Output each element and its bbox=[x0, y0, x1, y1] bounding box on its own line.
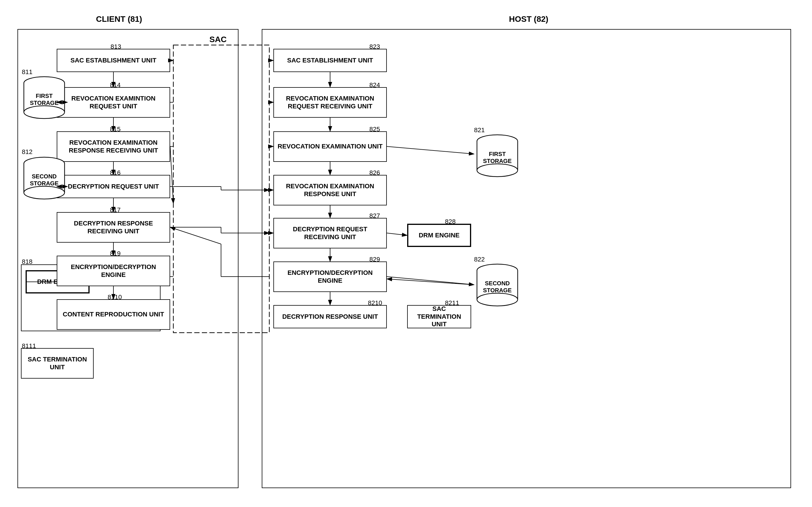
client-label: CLIENT (81) bbox=[96, 14, 142, 24]
box-8110: CONTENT REPRODUCTION UNIT bbox=[57, 299, 170, 330]
svg-point-9 bbox=[24, 186, 64, 199]
box-828: DRM ENGINE bbox=[407, 224, 471, 247]
cylinder-822: SECONDSTORAGE bbox=[474, 262, 521, 309]
box-819: ENCRYPTION/DECRYPTION ENGINE bbox=[57, 256, 170, 286]
box-8111: SAC TERMINATION UNIT bbox=[21, 348, 94, 379]
diagram-container: CLIENT (81) HOST (82) 813 SAC ESTABLISHM… bbox=[0, 0, 812, 507]
box-826: REVOCATION EXAMINATION RESPONSE UNIT bbox=[273, 175, 387, 206]
box-817: DECRYPTION RESPONSE RECEIVING UNIT bbox=[57, 212, 170, 243]
box-816: DECRYPTION REQUEST UNIT bbox=[57, 175, 170, 198]
svg-point-19 bbox=[477, 293, 518, 306]
box-823: SAC ESTABLISHMENT UNIT bbox=[273, 49, 387, 72]
box-827: DECRYPTION REQUEST RECEIVING UNIT bbox=[273, 218, 387, 248]
box-813: SAC ESTABLISHMENT UNIT bbox=[57, 49, 170, 72]
host-label: HOST (82) bbox=[509, 14, 548, 24]
svg-point-14 bbox=[477, 164, 518, 177]
num-812: 812 bbox=[22, 148, 33, 156]
cylinder-812: SECONDSTORAGE bbox=[21, 156, 67, 202]
box-829: ENCRYPTION/DECRYPTION ENGINE bbox=[273, 262, 387, 292]
box-825: REVOCATION EXAMINATION UNIT bbox=[273, 131, 387, 162]
box-824: REVOCATION EXAMINATION REQUEST RECEIVING… bbox=[273, 87, 387, 118]
box-815: REVOCATION EXAMINATION RESPONSE RECEIVIN… bbox=[57, 131, 170, 162]
box-814: REVOCATION EXAMINTION REQUEST UNIT bbox=[57, 87, 170, 118]
box-8211: SAC TERMINATION UNIT bbox=[407, 305, 471, 328]
cylinder-811: FIRSTSTORAGE bbox=[21, 75, 67, 121]
box-8210: DECRYPTION RESPONSE UNIT bbox=[273, 305, 387, 328]
cylinder-821: FIRSTSTORAGE bbox=[474, 133, 521, 179]
svg-point-4 bbox=[24, 106, 64, 119]
